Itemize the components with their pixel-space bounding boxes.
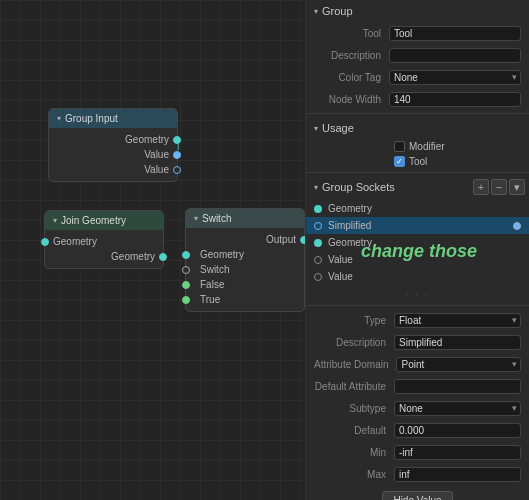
prop-color-tag-row: Color Tag None (306, 66, 529, 88)
divider-1 (306, 113, 529, 114)
section-arrow-icon: ▾ (314, 183, 318, 192)
prop-default-attr-row: Default Attribute (306, 375, 529, 397)
socket-dot (314, 256, 322, 264)
type-select[interactable]: Float (394, 313, 521, 328)
prop-default-input[interactable] (394, 423, 521, 438)
prop-type-row: Type Float (306, 309, 529, 331)
node-editor: ▾ Group Input Geometry Value Value ▾ Joi… (0, 0, 305, 500)
prop-attr-domain-row: Attribute Domain Point (306, 353, 529, 375)
hide-value-btn[interactable]: Hide Value (382, 491, 452, 500)
sockets-toolbar: + − ▾ (473, 179, 525, 195)
socket-output[interactable] (300, 236, 305, 244)
socket-item-geometry-2[interactable]: Geometry (306, 234, 529, 251)
usage-section-header[interactable]: ▾ Usage (306, 117, 529, 139)
socket-item-value-2[interactable]: Value (306, 268, 529, 285)
socket-out[interactable] (159, 253, 167, 261)
prop-default-label: Default (314, 425, 394, 436)
modifier-checkbox[interactable] (394, 141, 405, 152)
sockets-section-header[interactable]: ▾ Group Sockets (314, 181, 395, 193)
socket-value2-row: Value (49, 162, 177, 177)
subtype-select[interactable]: None (394, 401, 521, 416)
node-switch-header: ▾ Switch (186, 209, 304, 228)
add-socket-btn[interactable]: + (473, 179, 489, 195)
collapse-icon: ▾ (57, 114, 61, 123)
node-join-header: ▾ Join Geometry (45, 211, 163, 230)
prop-type-label: Type (314, 315, 394, 326)
properties-panel: ▾ Group Tool Description Color Tag None … (305, 0, 529, 500)
socket-list: Geometry Simplified Geometry Value (306, 198, 529, 287)
prop-min-input[interactable] (394, 445, 521, 460)
prop-subtype-row: Subtype None (306, 397, 529, 419)
tool-checkbox[interactable] (394, 156, 405, 167)
group-section-header[interactable]: ▾ Group (306, 0, 529, 22)
collapse-icon: ▾ (53, 216, 57, 225)
node-switch[interactable]: ▾ Switch Output Geometry Switch False (185, 208, 305, 312)
socket-dot (314, 273, 322, 281)
socket-item-value-1[interactable]: Value (306, 251, 529, 268)
color-tag-select-wrapper: None (389, 70, 521, 85)
type-select-wrapper: Float (394, 313, 521, 328)
node-title: Join Geometry (61, 215, 126, 226)
prop-attr-domain-label: Attribute Domain (314, 359, 396, 370)
group-section-label: Group (322, 5, 353, 17)
modifier-checkbox-item: Modifier (394, 141, 445, 152)
attr-domain-select-wrapper: Point (396, 357, 521, 372)
modifier-checkbox-row: Modifier (306, 139, 529, 154)
prop-max-input[interactable] (394, 467, 521, 482)
remove-socket-btn[interactable]: − (491, 179, 507, 195)
usage-section-label: Usage (322, 122, 354, 134)
prop-description-input[interactable] (389, 48, 521, 63)
prop-description-label: Description (314, 50, 389, 61)
tool-label: Tool (409, 156, 427, 167)
socket-false[interactable] (182, 281, 190, 289)
prop-name-label: Tool (314, 28, 389, 39)
tool-checkbox-item: Tool (394, 156, 427, 167)
subtype-select-wrapper: None (394, 401, 521, 416)
color-tag-select[interactable]: None (389, 70, 521, 85)
true-row: True (186, 292, 304, 307)
collapse-icon: ▾ (194, 214, 198, 223)
prop-description-row: Description (306, 44, 529, 66)
node-title: Switch (202, 213, 231, 224)
modifier-label: Modifier (409, 141, 445, 152)
dots-separator: · · · (306, 287, 529, 302)
attr-domain-select[interactable]: Point (396, 357, 521, 372)
prop-node-width-input[interactable] (389, 92, 521, 107)
divider-3 (306, 305, 529, 306)
node-join-geometry[interactable]: ▾ Join Geometry Geometry Geometry (44, 210, 164, 269)
socket-true[interactable] (182, 296, 190, 304)
socket-geom-in[interactable] (182, 251, 190, 259)
prop-default-row: Default (306, 419, 529, 441)
prop-desc2-label: Description (314, 337, 394, 348)
prop-default-attr-input[interactable] (394, 379, 521, 394)
prop-node-width-row: Node Width (306, 88, 529, 110)
prop-hide-value-row: Hide Value (306, 485, 529, 500)
node-body: Output Geometry Switch False True (186, 228, 304, 311)
group-sockets-section: ▾ Group Sockets + − ▾ Geometry Simplifie… (306, 176, 529, 500)
node-group-input[interactable]: ▾ Group Input Geometry Value Value (48, 108, 178, 182)
prop-name-input[interactable] (389, 26, 521, 41)
socket-in[interactable] (41, 238, 49, 246)
node-body: Geometry Geometry (45, 230, 163, 268)
socket-dot (314, 222, 322, 230)
socket-value1-row: Value (49, 147, 177, 162)
socket-item-geometry-1[interactable]: Geometry (306, 200, 529, 217)
prop-desc2-row: Description (306, 331, 529, 353)
geometry-in-row: Geometry (186, 247, 304, 262)
prop-name-row: Tool (306, 22, 529, 44)
prop-max-label: Max (314, 469, 394, 480)
prop-color-tag-label: Color Tag (314, 72, 389, 83)
socket-value2-out[interactable] (173, 166, 181, 174)
prop-desc2-input[interactable] (394, 335, 521, 350)
socket-item-simplified[interactable]: Simplified (306, 217, 529, 234)
scroll-socket-btn[interactable]: ▾ (509, 179, 525, 195)
node-group-input-header: ▾ Group Input (49, 109, 177, 128)
prop-default-attr-label: Default Attribute (314, 381, 394, 392)
socket-geometry-row: Geometry (45, 234, 163, 249)
socket-dot (314, 205, 322, 213)
socket-geometry-out[interactable] (173, 136, 181, 144)
prop-max-row: Max (306, 463, 529, 485)
socket-switch[interactable] (182, 266, 190, 274)
socket-value1-out[interactable] (173, 151, 181, 159)
node-body: Geometry Value Value (49, 128, 177, 181)
